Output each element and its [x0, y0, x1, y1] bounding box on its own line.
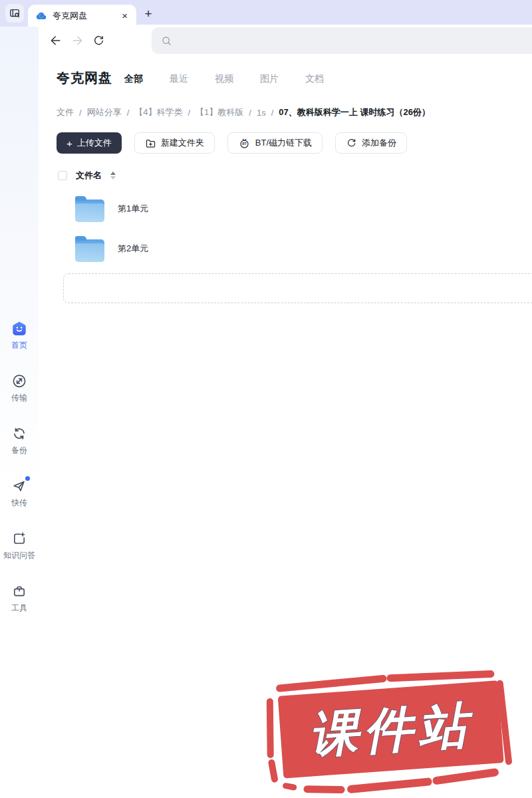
- sidebar-item-transfer[interactable]: 传输: [11, 372, 28, 404]
- back-button[interactable]: [49, 34, 63, 47]
- tab-images[interactable]: 图片: [260, 73, 279, 85]
- address-search-bar[interactable]: [152, 27, 532, 54]
- new-tab-button[interactable]: +: [140, 5, 157, 23]
- backup-sync-icon: [11, 425, 28, 442]
- browser-navbar: [39, 27, 532, 55]
- tab-all[interactable]: 全部: [124, 73, 143, 85]
- breadcrumb-separator: /: [271, 108, 274, 118]
- bt-download-label: BT/磁力链下载: [255, 137, 312, 149]
- watermark-stamp: 课件站: [259, 663, 521, 798]
- breadcrumb-edition[interactable]: 【1】教科版: [196, 106, 243, 118]
- tab-close-icon[interactable]: ×: [120, 9, 129, 22]
- breadcrumb-current: 07、教科版科学一上 课时练习（26份）: [279, 106, 430, 118]
- browser-tab[interactable]: 夸克网盘 ×: [28, 5, 136, 27]
- file-name: 第2单元: [118, 243, 148, 255]
- sidebar-label-quick-send: 快传: [11, 497, 27, 509]
- quark-drive-page: 夸克网盘 × +: [0, 0, 532, 798]
- sidebar-label-knowledge-qa: 知识问答: [3, 550, 35, 561]
- upload-file-button[interactable]: + 上传文件: [57, 132, 122, 154]
- add-backup-icon: [346, 138, 357, 149]
- upload-dropzone[interactable]: [63, 273, 532, 303]
- breadcrumb-1s[interactable]: 1s: [257, 108, 266, 118]
- sidebar-item-quick-send[interactable]: 快传: [11, 477, 28, 509]
- refresh-icon: [92, 35, 105, 47]
- folder-icon: [75, 200, 104, 222]
- breadcrumb-site-share[interactable]: 网站分享: [87, 106, 122, 118]
- tab-videos[interactable]: 视频: [215, 73, 233, 85]
- app-sidebar: 首页 传输: [0, 27, 39, 798]
- tab-recent[interactable]: 最近: [170, 73, 188, 85]
- bt-download-icon: BT: [238, 137, 251, 150]
- folder-icon: [75, 239, 104, 262]
- forward-arrow-icon: [70, 34, 84, 47]
- sort-toggle[interactable]: [110, 172, 116, 180]
- sidebar-label-tools: 工具: [11, 602, 27, 614]
- sidebar-item-knowledge-qa[interactable]: 知识问答: [3, 530, 35, 561]
- toolbar: + 上传文件 新建文件夹 BT BT/磁力链下载 添加备份: [57, 132, 407, 154]
- sidebar-label-backup: 备份: [11, 445, 27, 456]
- home-icon: [11, 320, 28, 337]
- knowledge-qa-icon: [11, 530, 28, 547]
- file-row-unit2[interactable]: 第2单元: [39, 229, 528, 269]
- transfer-icon: [11, 372, 28, 390]
- view-tabs: 全部 最近 视频 图片 文档: [124, 73, 324, 85]
- file-name: 第1单元: [118, 203, 148, 215]
- breadcrumb-science[interactable]: 【4】科学类: [134, 106, 182, 118]
- new-folder-label: 新建文件夹: [161, 137, 204, 149]
- back-arrow-icon: [49, 34, 63, 47]
- sidebar-label-transfer: 传输: [11, 392, 27, 404]
- plus-icon: +: [66, 138, 72, 148]
- breadcrumb-files[interactable]: 文件: [57, 106, 74, 118]
- sidebar-items: 首页 传输: [0, 320, 39, 614]
- quark-logo-icon: [35, 10, 47, 22]
- file-row-unit1[interactable]: 第1单元: [39, 189, 528, 229]
- breadcrumb-separator: /: [188, 108, 190, 118]
- breadcrumb-separator: /: [127, 108, 130, 118]
- sidebar-item-home[interactable]: 首页: [11, 320, 28, 351]
- upload-file-label: 上传文件: [77, 137, 112, 149]
- toolbox-icon: [11, 583, 28, 600]
- breadcrumb-separator: /: [249, 108, 251, 118]
- select-all-checkbox[interactable]: [58, 171, 67, 180]
- sort-desc-icon: [110, 176, 116, 180]
- bt-magnet-download-button[interactable]: BT BT/磁力链下载: [227, 132, 323, 154]
- watermark-text: 课件站: [307, 697, 475, 762]
- sidebar-item-backup[interactable]: 备份: [11, 425, 28, 456]
- breadcrumb-separator: /: [79, 108, 82, 118]
- add-backup-label: 添加备份: [362, 137, 396, 149]
- forward-button[interactable]: [70, 34, 84, 47]
- workspace-search-button[interactable]: [5, 4, 24, 23]
- refresh-button[interactable]: [92, 34, 105, 47]
- search-icon: [161, 35, 172, 47]
- browser-tabstrip: 夸克网盘 × +: [0, 0, 532, 27]
- page-title: 夸克网盘: [57, 69, 112, 87]
- file-list-header: 文件名: [58, 170, 116, 182]
- workspace-search-icon: [9, 7, 21, 19]
- tab-docs[interactable]: 文档: [305, 73, 324, 85]
- sort-asc-icon: [110, 172, 116, 175]
- sidebar-label-home: 首页: [11, 340, 27, 351]
- notification-dot: [25, 476, 30, 481]
- filename-column-header: 文件名: [76, 170, 102, 182]
- breadcrumb: 文件 / 网站分享 / 【4】科学类 / 【1】教科版 / 1s / 07、教科…: [57, 106, 430, 118]
- add-backup-button[interactable]: 添加备份: [335, 132, 407, 154]
- tab-title: 夸克网盘: [53, 10, 120, 22]
- new-folder-button[interactable]: 新建文件夹: [134, 132, 215, 154]
- paper-plane-icon: [11, 477, 28, 495]
- svg-text:BT: BT: [242, 142, 247, 146]
- new-folder-icon: [145, 138, 156, 149]
- sidebar-item-tools[interactable]: 工具: [11, 583, 28, 614]
